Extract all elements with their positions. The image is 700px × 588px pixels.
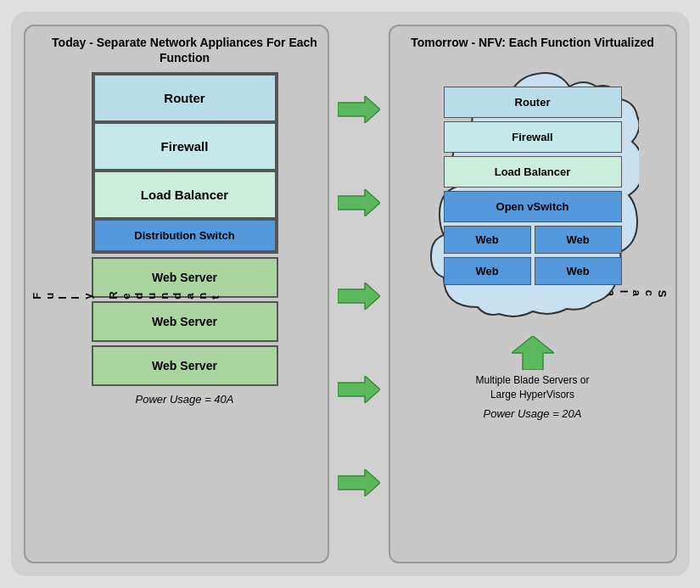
left-title: Today - Separate Network Appliances For … [51, 35, 319, 65]
cloud-loadbalancer: Load Balancer [444, 156, 622, 188]
left-power-label: Power Usage = 40A [136, 393, 234, 406]
svg-marker-0 [338, 96, 380, 123]
right-panel: Tomorrow - NFV: Each Function Virtualize… [389, 25, 677, 563]
arrows-column [338, 25, 380, 563]
left-panel: Today - Separate Network Appliances For … [24, 25, 329, 563]
appliances-box: Router Firewall Load Balancer Distributi… [92, 72, 278, 254]
cloud-web-1: Web [444, 226, 531, 254]
cloud-web-row-1: Web Web [444, 226, 622, 254]
cloud-firewall: Firewall [444, 121, 622, 153]
webserver3-appliance: Web Server [92, 345, 278, 386]
svg-marker-5 [512, 336, 554, 370]
right-title: Tomorrow - NFV: Each Function Virtualize… [411, 35, 654, 50]
arrow-5 [338, 469, 380, 496]
svg-marker-3 [338, 376, 380, 403]
cloud-web-4: Web [535, 257, 622, 285]
up-arrow-icon [512, 336, 554, 370]
svg-marker-1 [338, 189, 380, 216]
right-power-label: Power Usage = 20A [484, 407, 582, 420]
main-container: Today - Separate Network Appliances For … [11, 12, 690, 576]
arrow-1 [338, 96, 380, 123]
cloud-ovswitch: Open vSwitch [444, 191, 622, 222]
arrow-2 [338, 189, 380, 216]
svg-marker-2 [338, 283, 380, 310]
cloud-shape: Router Firewall Load Balancer Open vSwit… [427, 61, 639, 333]
web-servers-group: Web Server Web Server Web Server [92, 254, 278, 386]
cloud-router: Router [444, 87, 622, 118]
svg-marker-4 [338, 469, 380, 496]
blade-servers-label: Multiple Blade Servers orLarge HyperViso… [475, 373, 589, 402]
arrow-3 [338, 283, 380, 310]
loadbalancer-appliance: Load Balancer [93, 171, 277, 219]
firewall-appliance: Firewall [93, 122, 277, 171]
arrow-4 [338, 376, 380, 403]
cloud-web-row-2: Web Web [444, 257, 622, 285]
fully-redundant-label: Fully Redundant [31, 289, 221, 299]
router-appliance: Router [93, 74, 277, 122]
cloud-web-3: Web [444, 257, 531, 285]
cloud-web-2: Web [535, 226, 622, 254]
webserver2-appliance: Web Server [92, 301, 278, 342]
distswitch-appliance: Distribution Switch [93, 219, 277, 252]
up-arrow-container [512, 336, 554, 370]
cloud-content: Router Firewall Load Balancer Open vSwit… [444, 87, 622, 285]
